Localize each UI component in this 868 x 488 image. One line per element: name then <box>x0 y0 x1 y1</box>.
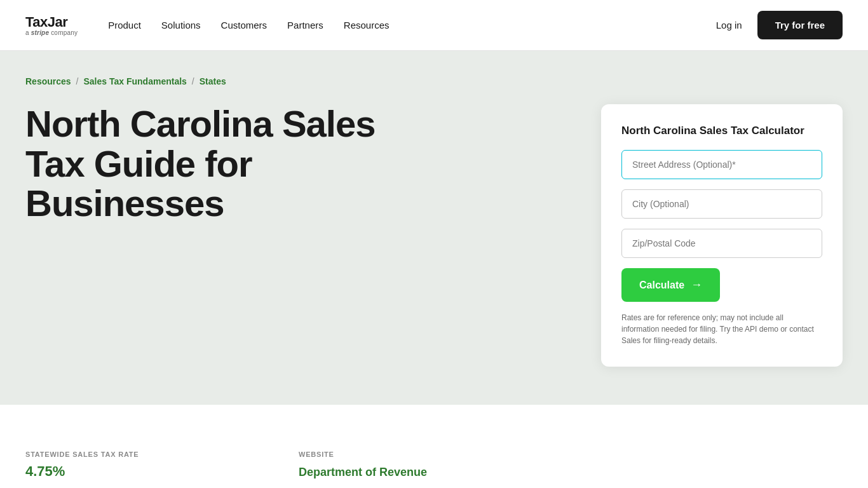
nav-resources[interactable]: Resources <box>344 20 390 30</box>
try-free-button[interactable]: Try for free <box>757 11 843 39</box>
nav-links: Product Solutions Customers Partners Res… <box>108 20 716 30</box>
city-input[interactable] <box>621 189 822 219</box>
logo-text: TaxJar <box>25 14 78 30</box>
page-title: North Carolina Sales Tax Guide for Busin… <box>25 104 394 224</box>
website-link[interactable]: Department of Revenue <box>299 466 427 478</box>
main-nav: TaxJar a stripe company Product Solution… <box>0 0 868 51</box>
zip-input[interactable] <box>621 229 822 258</box>
calculate-button[interactable]: Calculate → <box>621 268 720 302</box>
breadcrumb-current: States <box>200 76 226 86</box>
stat-website: WEBSITE Department of Revenue <box>299 435 572 488</box>
breadcrumb: Resources / Sales Tax Fundamentals / Sta… <box>25 76 843 86</box>
nav-solutions[interactable]: Solutions <box>161 20 201 30</box>
stats-grid: STATEWIDE SALES TAX RATE 4.75% WEBSITE D… <box>25 435 572 488</box>
logo[interactable]: TaxJar a stripe company <box>25 14 78 36</box>
breadcrumb-sep1: / <box>76 76 79 86</box>
breadcrumb-sep2: / <box>192 76 194 86</box>
stat-label-sales-tax: STATEWIDE SALES TAX RATE <box>25 451 299 458</box>
calculator-disclaimer: Rates are for reference only; may not in… <box>621 312 822 346</box>
hero-section: Resources / Sales Tax Fundamentals / Sta… <box>0 51 868 405</box>
nav-product[interactable]: Product <box>108 20 141 30</box>
arrow-icon: → <box>691 278 702 292</box>
stat-label-website: WEBSITE <box>299 451 572 458</box>
nav-customers[interactable]: Customers <box>221 20 268 30</box>
nav-partners[interactable]: Partners <box>287 20 323 30</box>
calculator-card: North Carolina Sales Tax Calculator Calc… <box>601 104 843 367</box>
stat-sales-tax-rate: STATEWIDE SALES TAX RATE 4.75% <box>25 435 299 488</box>
breadcrumb-resources[interactable]: Resources <box>25 76 71 86</box>
stat-value-sales-tax: 4.75% <box>25 463 299 480</box>
stat-value-website: Department of Revenue <box>299 463 572 480</box>
street-address-input[interactable] <box>621 150 822 179</box>
login-link[interactable]: Log in <box>716 20 742 30</box>
nav-actions: Log in Try for free <box>716 11 843 39</box>
calculator-title: North Carolina Sales Tax Calculator <box>621 125 822 137</box>
logo-sub: a stripe company <box>25 29 78 36</box>
calculate-label: Calculate <box>639 280 684 291</box>
content-section: STATEWIDE SALES TAX RATE 4.75% WEBSITE D… <box>0 405 868 488</box>
breadcrumb-fundamentals[interactable]: Sales Tax Fundamentals <box>83 76 186 86</box>
